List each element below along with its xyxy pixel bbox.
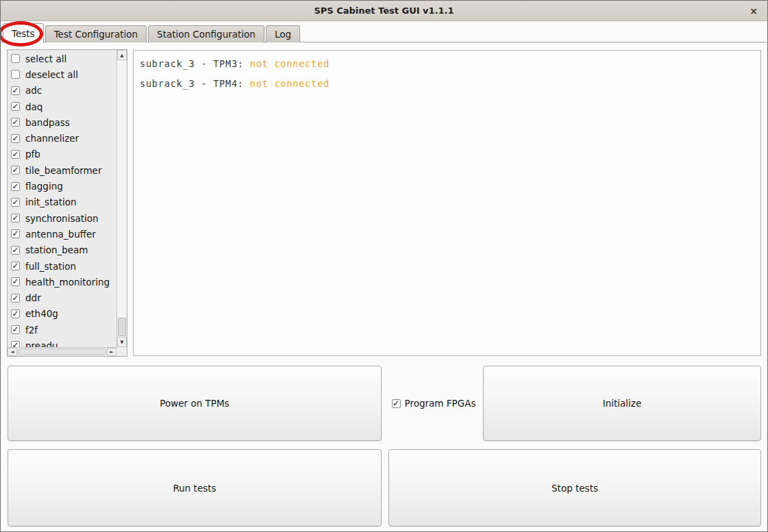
checkbox-checked[interactable]: ✓ bbox=[11, 102, 20, 111]
test-item-label: init_station bbox=[25, 197, 77, 207]
tab-tests[interactable]: Tests bbox=[3, 23, 44, 43]
horizontal-scrollbar[interactable]: ◄ ► bbox=[8, 347, 116, 356]
test-item-ddr[interactable]: ✓ddr bbox=[8, 290, 116, 305]
checkbox-checked[interactable]: ✓ bbox=[11, 229, 20, 238]
test-item-label: eth40g bbox=[25, 308, 58, 319]
tab-bar: TestsTest ConfigurationStation Configura… bbox=[3, 21, 301, 42]
test-list: select alldeselect all✓adc✓daq✓bandpass✓… bbox=[8, 51, 116, 347]
checkbox-checked[interactable]: ✓ bbox=[11, 277, 20, 286]
test-item-select-all[interactable]: select all bbox=[8, 51, 116, 66]
log-output-panel[interactable]: subrack_3 - TPM3: not connectedsubrack_3… bbox=[133, 50, 761, 356]
stop-tests-button[interactable]: Stop tests bbox=[388, 449, 761, 527]
tab-test-configuration[interactable]: Test Configuration bbox=[45, 25, 147, 42]
checkbox-checked[interactable]: ✓ bbox=[11, 134, 20, 143]
scroll-up-icon[interactable]: ▲ bbox=[117, 50, 127, 60]
horizontal-scroll-thumb[interactable] bbox=[18, 349, 106, 355]
test-item-antenna_buffer[interactable]: ✓antenna_buffer bbox=[8, 226, 116, 242]
vertical-scrollbar[interactable]: ▲ ▼ bbox=[116, 50, 127, 347]
tab-log[interactable]: Log bbox=[266, 25, 300, 42]
test-item-label: pfb bbox=[25, 149, 40, 160]
log-line: subrack_3 - TPM4: not connected bbox=[140, 74, 754, 94]
checkbox-checked[interactable]: ✓ bbox=[11, 262, 20, 270]
test-item-label: tile_beamformer bbox=[25, 165, 101, 176]
test-item-label: ddr bbox=[25, 292, 41, 303]
test-item-label: flagging bbox=[25, 181, 63, 192]
app-window: SPS Cabinet Test GUI v1.1.1 × TestsTest … bbox=[0, 0, 768, 532]
test-item-deselect-all[interactable]: deselect all bbox=[8, 66, 116, 82]
checkbox-checked[interactable]: ✓ bbox=[11, 341, 20, 347]
log-line-prefix: subrack_3 - TPM3: bbox=[140, 58, 250, 69]
test-item-health_monitoring[interactable]: ✓health_monitoring bbox=[8, 274, 116, 290]
close-icon[interactable]: × bbox=[747, 4, 760, 18]
test-item-label: preadu bbox=[25, 340, 58, 347]
log-line: subrack_3 - TPM3: not connected bbox=[140, 54, 754, 74]
program-fpgas-checkbox[interactable]: ✓ bbox=[392, 399, 401, 408]
test-item-full_station[interactable]: ✓full_station bbox=[8, 258, 116, 274]
log-line-status: not connected bbox=[250, 78, 330, 89]
checkbox-unchecked[interactable] bbox=[11, 54, 20, 63]
window-title: SPS Cabinet Test GUI v1.1.1 bbox=[1, 5, 767, 16]
test-item-flagging[interactable]: ✓flagging bbox=[8, 178, 116, 194]
initialize-button[interactable]: Initialize bbox=[483, 366, 761, 441]
test-item-tile_beamformer[interactable]: ✓tile_beamformer bbox=[8, 162, 116, 178]
test-item-label: f2f bbox=[25, 325, 38, 335]
power-on-tpms-button[interactable]: Power on TPMs bbox=[8, 366, 382, 441]
test-item-init_station[interactable]: ✓init_station bbox=[8, 194, 116, 210]
scrollbar-corner bbox=[116, 347, 127, 356]
tab-station-configuration[interactable]: Station Configuration bbox=[148, 25, 264, 42]
test-item-station_beam[interactable]: ✓station_beam bbox=[8, 242, 116, 258]
test-item-pfb[interactable]: ✓pfb bbox=[8, 147, 116, 162]
test-item-synchronisation[interactable]: ✓synchronisation bbox=[8, 210, 116, 226]
test-item-adc[interactable]: ✓adc bbox=[8, 83, 116, 99]
test-item-eth40g[interactable]: ✓eth40g bbox=[8, 306, 116, 322]
checkbox-checked[interactable]: ✓ bbox=[11, 198, 20, 207]
test-item-label: synchronisation bbox=[25, 213, 99, 224]
test-item-label: full_station bbox=[25, 261, 76, 272]
test-item-daq[interactable]: ✓daq bbox=[8, 99, 116, 114]
test-list-panel: select alldeselect all✓adc✓daq✓bandpass✓… bbox=[7, 49, 127, 357]
scroll-right-icon[interactable]: ► bbox=[107, 348, 116, 356]
checkbox-checked[interactable]: ✓ bbox=[11, 86, 20, 95]
scroll-left-icon[interactable]: ◄ bbox=[8, 348, 17, 356]
test-item-label: deselect all bbox=[25, 69, 78, 80]
test-item-label: antenna_buffer bbox=[25, 229, 96, 240]
test-item-label: bandpass bbox=[25, 117, 70, 128]
test-item-label: health_monitoring bbox=[25, 277, 110, 288]
test-item-label: adc bbox=[25, 85, 42, 96]
checkbox-checked[interactable]: ✓ bbox=[11, 118, 20, 127]
test-item-label: channelizer bbox=[25, 133, 79, 144]
checkbox-checked[interactable]: ✓ bbox=[11, 309, 20, 318]
checkbox-checked[interactable]: ✓ bbox=[11, 166, 20, 175]
test-item-channelizer[interactable]: ✓channelizer bbox=[8, 130, 116, 146]
test-item-bandpass[interactable]: ✓bandpass bbox=[8, 114, 116, 130]
log-line-status: not connected bbox=[250, 58, 330, 69]
vertical-scroll-thumb[interactable] bbox=[118, 318, 126, 336]
test-item-label: select all bbox=[25, 53, 66, 64]
program-fpgas-label: Program FPGAs bbox=[405, 398, 476, 409]
log-line-prefix: subrack_3 - TPM4: bbox=[140, 78, 250, 89]
test-item-label: station_beam bbox=[25, 244, 88, 255]
run-tests-button[interactable]: Run tests bbox=[8, 449, 382, 527]
test-item-f2f[interactable]: ✓f2f bbox=[8, 322, 116, 338]
checkbox-checked[interactable]: ✓ bbox=[11, 214, 20, 223]
scroll-down-icon[interactable]: ▼ bbox=[117, 337, 127, 347]
checkbox-checked[interactable]: ✓ bbox=[11, 150, 20, 159]
program-fpgas-group[interactable]: ✓ Program FPGAs bbox=[383, 366, 484, 441]
test-item-label: daq bbox=[25, 101, 42, 112]
test-item-preadu[interactable]: ✓preadu bbox=[8, 338, 116, 347]
checkbox-unchecked[interactable] bbox=[11, 70, 20, 79]
checkbox-checked[interactable]: ✓ bbox=[11, 325, 20, 334]
checkbox-checked[interactable]: ✓ bbox=[11, 294, 20, 303]
title-bar: SPS Cabinet Test GUI v1.1.1 × bbox=[1, 1, 767, 21]
checkbox-checked[interactable]: ✓ bbox=[11, 182, 20, 191]
checkbox-checked[interactable]: ✓ bbox=[11, 246, 20, 255]
